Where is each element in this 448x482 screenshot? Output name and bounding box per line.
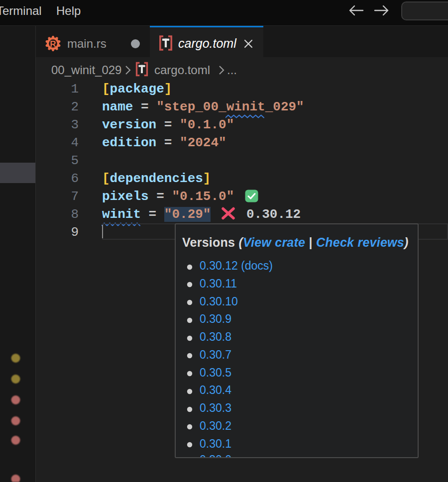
svg-text:R: R	[50, 39, 56, 49]
